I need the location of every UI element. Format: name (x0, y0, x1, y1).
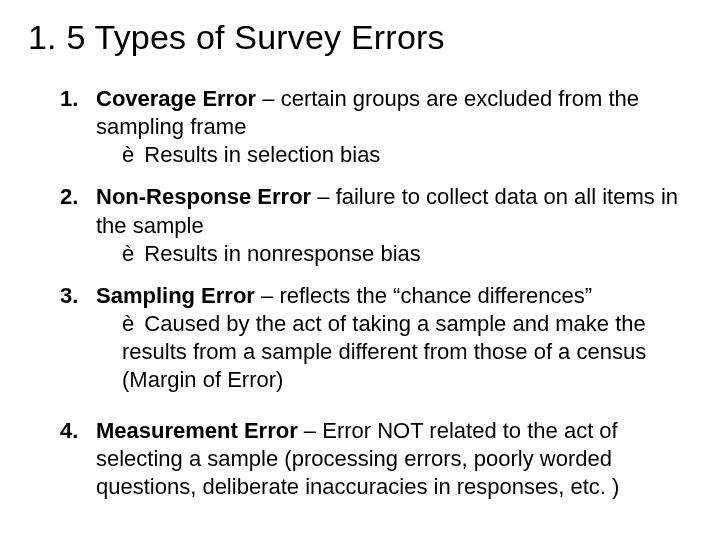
arrow-icon: è (122, 311, 134, 336)
slide-title: 1. 5 Types of Survey Errors (28, 18, 690, 57)
list-item: Sampling Error – reflects the “chance di… (60, 282, 690, 395)
list-item: Measurement Error – Error NOT related to… (60, 417, 690, 501)
item-separator: – (298, 418, 322, 443)
arrow-line: è Caused by the act of taking a sample a… (96, 310, 690, 394)
error-types-list: Coverage Error – certain groups are excl… (28, 85, 690, 501)
arrow-icon: è (122, 241, 134, 266)
list-item: Non-Response Error – failure to collect … (60, 183, 690, 267)
item-separator: – (256, 86, 280, 111)
arrow-line: è Results in nonresponse bias (96, 240, 690, 268)
item-separator: – (311, 184, 335, 209)
term-non-response-error: Non-Response Error (96, 184, 311, 209)
arrow-text: Caused by the act of taking a sample and… (122, 311, 646, 392)
arrow-text: Results in nonresponse bias (138, 241, 421, 266)
list-item: Coverage Error – certain groups are excl… (60, 85, 690, 169)
arrow-text: Results in selection bias (138, 142, 380, 167)
term-measurement-error: Measurement Error (96, 418, 298, 443)
term-sampling-error: Sampling Error (96, 283, 255, 308)
arrow-icon: è (122, 142, 134, 167)
item-description: reflects the “chance differences” (279, 283, 592, 308)
term-coverage-error: Coverage Error (96, 86, 256, 111)
item-separator: – (255, 283, 279, 308)
arrow-line: è Results in selection bias (96, 141, 690, 169)
